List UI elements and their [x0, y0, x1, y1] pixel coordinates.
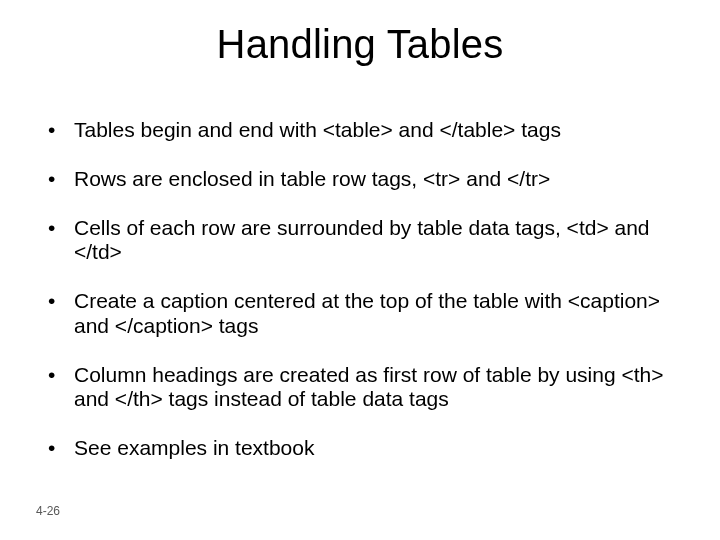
bullet-item: Column headings are created as first row… [46, 363, 676, 413]
bullet-list: Tables begin and end with <table> and </… [46, 118, 676, 461]
slide-body: Tables begin and end with <table> and </… [46, 118, 676, 485]
bullet-item: Tables begin and end with <table> and </… [46, 118, 676, 143]
slide: Handling Tables Tables begin and end wit… [0, 0, 720, 540]
bullet-item: Rows are enclosed in table row tags, <tr… [46, 167, 676, 192]
slide-title: Handling Tables [0, 22, 720, 67]
bullet-item: Create a caption centered at the top of … [46, 289, 676, 339]
bullet-item: Cells of each row are surrounded by tabl… [46, 216, 676, 266]
slide-number: 4-26 [36, 504, 60, 518]
bullet-item: See examples in textbook [46, 436, 676, 461]
